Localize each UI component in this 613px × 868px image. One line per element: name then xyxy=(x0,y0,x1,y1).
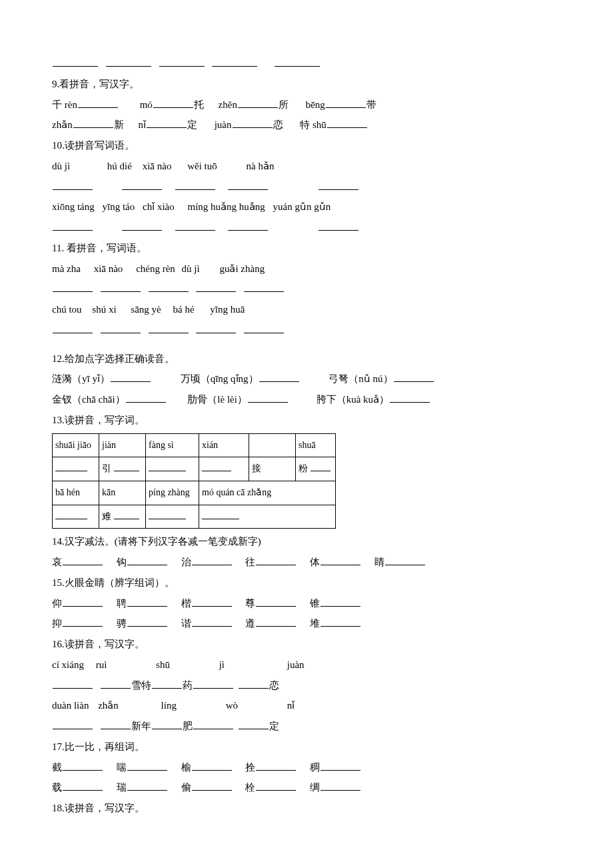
q10-title: 10.读拼音写词语。 xyxy=(52,135,561,156)
blank[interactable] xyxy=(212,57,257,67)
blank[interactable] xyxy=(228,221,268,231)
blank[interactable] xyxy=(256,597,296,607)
blank[interactable] xyxy=(390,393,430,403)
blank[interactable] xyxy=(53,180,93,190)
cell[interactable] xyxy=(53,505,99,529)
blank[interactable] xyxy=(127,597,167,607)
q17-item: 偷 xyxy=(181,782,191,793)
blank[interactable] xyxy=(153,98,193,108)
blank[interactable] xyxy=(78,98,118,108)
blank[interactable] xyxy=(327,118,367,128)
blank[interactable] xyxy=(394,372,434,382)
blank[interactable] xyxy=(326,98,366,108)
q15-item: 骋 xyxy=(117,618,127,629)
blank[interactable] xyxy=(320,761,360,771)
blank[interactable] xyxy=(149,323,189,333)
blank[interactable] xyxy=(385,555,425,565)
cell[interactable]: 接 xyxy=(249,457,296,481)
blank[interactable] xyxy=(152,719,182,729)
blank[interactable] xyxy=(127,761,167,771)
blank[interactable] xyxy=(196,323,236,333)
q9-r1-3-pre: zhěn xyxy=(219,99,237,110)
blank[interactable] xyxy=(127,617,167,627)
q14-item: 钩 xyxy=(117,557,127,567)
blank[interactable] xyxy=(101,679,131,689)
blank[interactable] xyxy=(126,393,166,403)
cell[interactable] xyxy=(146,457,199,481)
blank[interactable] xyxy=(244,282,284,292)
blank[interactable] xyxy=(63,781,103,791)
blank[interactable] xyxy=(63,597,103,607)
blank[interactable] xyxy=(193,679,233,689)
blank[interactable] xyxy=(53,719,93,729)
q10-p: xiā nào xyxy=(143,161,172,171)
blank[interactable] xyxy=(101,719,131,729)
blank[interactable] xyxy=(193,719,233,729)
blank[interactable] xyxy=(106,57,151,67)
blank[interactable] xyxy=(192,781,232,791)
cell[interactable] xyxy=(199,457,249,481)
blank[interactable] xyxy=(320,555,360,565)
blank[interactable] xyxy=(320,781,360,791)
blank[interactable] xyxy=(318,221,358,231)
blank[interactable] xyxy=(53,282,93,292)
blank[interactable] xyxy=(196,282,236,292)
blank[interactable] xyxy=(256,781,296,791)
q15-item: 抑 xyxy=(52,618,62,629)
blank[interactable] xyxy=(101,282,141,292)
blank[interactable] xyxy=(122,221,162,231)
blank[interactable] xyxy=(318,180,358,190)
blank[interactable] xyxy=(63,761,103,771)
blank[interactable] xyxy=(256,761,296,771)
blank[interactable] xyxy=(127,781,167,791)
blank[interactable] xyxy=(275,57,320,67)
cell[interactable]: 难 xyxy=(99,505,146,529)
blank[interactable] xyxy=(101,323,141,333)
q17-item: 截 xyxy=(52,762,62,773)
q11-pinyin2: chú tou shú xi sāng yè bá hé yīng huā xyxy=(52,299,561,320)
blank[interactable] xyxy=(159,57,205,67)
blank[interactable] xyxy=(239,679,269,689)
blank[interactable] xyxy=(256,555,296,565)
blank[interactable] xyxy=(73,118,113,128)
blank[interactable] xyxy=(63,555,103,565)
blank[interactable] xyxy=(152,679,182,689)
q17-item: 喘 xyxy=(117,762,127,773)
blank[interactable] xyxy=(244,323,284,333)
blank[interactable] xyxy=(248,393,288,403)
cell[interactable] xyxy=(199,505,336,529)
blank[interactable] xyxy=(320,597,360,607)
blank[interactable] xyxy=(238,98,278,108)
blank[interactable] xyxy=(228,180,268,190)
blank[interactable] xyxy=(233,118,273,128)
blank[interactable] xyxy=(149,282,189,292)
blank[interactable] xyxy=(175,221,215,231)
blank[interactable] xyxy=(320,617,360,627)
blank[interactable] xyxy=(111,372,151,382)
blank[interactable] xyxy=(192,617,232,627)
blank[interactable] xyxy=(259,372,299,382)
blank[interactable] xyxy=(53,679,93,689)
blank[interactable] xyxy=(192,597,232,607)
blank[interactable] xyxy=(63,617,103,627)
blank[interactable] xyxy=(53,323,93,333)
blank[interactable] xyxy=(175,180,215,190)
blank[interactable] xyxy=(147,118,187,128)
q9-row2: zhǎn新 nǐ定 juàn恋 特 shū xyxy=(52,115,561,135)
blank[interactable] xyxy=(192,761,232,771)
blank[interactable] xyxy=(239,719,269,729)
blank[interactable] xyxy=(256,617,296,627)
blank[interactable] xyxy=(53,57,98,67)
q14-item: 治 xyxy=(181,557,191,567)
blank[interactable] xyxy=(122,180,162,190)
cell[interactable]: 粉 xyxy=(296,457,336,481)
q11-blanks2 xyxy=(52,320,561,341)
blank[interactable] xyxy=(127,555,167,565)
blank[interactable] xyxy=(53,221,93,231)
q11-p: chú tou xyxy=(52,304,82,315)
cell[interactable]: 引 xyxy=(99,457,146,481)
blank[interactable] xyxy=(192,555,232,565)
cell[interactable] xyxy=(146,505,199,529)
q15-item: 谐 xyxy=(181,618,191,629)
cell[interactable] xyxy=(53,457,99,481)
